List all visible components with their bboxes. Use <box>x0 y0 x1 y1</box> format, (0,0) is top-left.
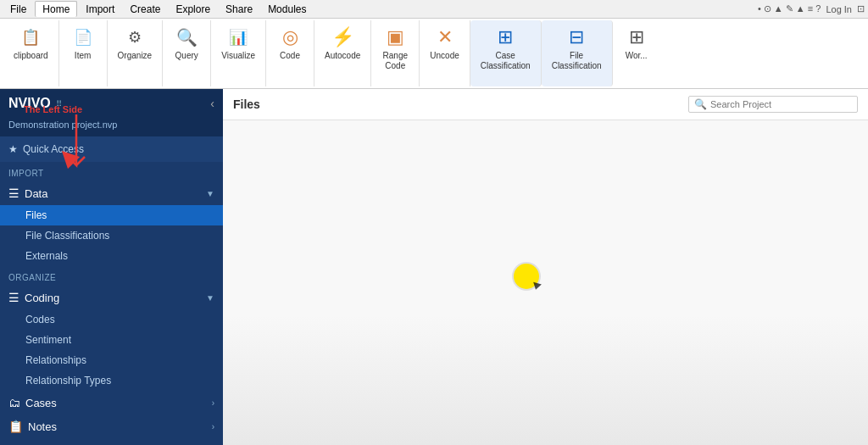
ribbon-group-case-classification: ⊞ Case Classification <box>470 20 542 86</box>
case-classification-icon: ⊞ <box>493 25 517 49</box>
coding-group-icon: ☰ <box>8 291 19 304</box>
sidebar-item-externals[interactable]: Externals <box>0 246 223 266</box>
menu-icons: • ⊙ ▲ ✎ ▲ ≡ ? <box>758 3 821 14</box>
menu-item-import[interactable]: Import <box>79 2 121 17</box>
sidebar-group-sets[interactable]: ⊞ Sets › <box>0 438 223 445</box>
data-group-icon: ☰ <box>8 186 19 200</box>
ribbon-group-visualize: 📊 Visualize <box>211 20 266 86</box>
item-button[interactable]: 📄 Item <box>66 24 100 63</box>
query-label: Query <box>175 51 198 61</box>
sidebar-item-sentiment[interactable]: Sentiment <box>0 330 223 350</box>
sidebar-logo: NVIVO ⠿ <box>8 96 62 111</box>
import-section-label: IMPORT <box>0 162 223 181</box>
coding-group-label: Coding <box>25 292 59 304</box>
coding-group-chevron: ▼ <box>206 293 214 303</box>
organize-label: Organize <box>118 51 153 61</box>
content-header: Files 🔍 <box>223 89 868 120</box>
menu-right: • ⊙ ▲ ✎ ▲ ≡ ? Log In ⊡ <box>758 3 865 14</box>
uncode-label: Uncode <box>430 51 459 61</box>
content-area <box>223 120 868 445</box>
wor-button[interactable]: ⊞ Wor... <box>620 24 654 63</box>
page-title: Files <box>233 97 260 111</box>
menu-bar: File Home Import Create Explore Share Mo… <box>0 0 868 19</box>
visualize-icon: 📊 <box>226 25 250 49</box>
wor-label: Wor... <box>626 51 648 61</box>
sidebar-group-notes[interactable]: 📋 Notes › <box>0 414 223 438</box>
code-label: Code <box>280 51 300 61</box>
rangecode-button[interactable]: ▣ Range Code <box>378 24 412 73</box>
notes-group-icon: 📋 <box>8 420 23 433</box>
visualize-label: Visualize <box>221 51 255 61</box>
menu-item-modules[interactable]: Modules <box>261 2 313 17</box>
sidebar-project: Demonstration project.nvp <box>0 118 223 136</box>
organize-section-label: ORGANIZE <box>0 266 223 286</box>
main-layout: NVIVO ⠿ ‹ The Left Side Demonstration pr… <box>0 89 868 445</box>
rangecode-icon: ▣ <box>383 25 407 49</box>
sidebar: NVIVO ⠿ ‹ The Left Side Demonstration pr… <box>0 89 223 445</box>
window-button[interactable]: ⊡ <box>857 3 865 14</box>
menu-item-create[interactable]: Create <box>123 2 167 17</box>
sidebar-group-data[interactable]: ☰ Data ▼ <box>0 181 223 205</box>
login-button[interactable]: Log In <box>826 4 852 14</box>
uncode-button[interactable]: ✕ Uncode <box>426 24 462 63</box>
menu-item-home[interactable]: Home <box>35 1 77 17</box>
ribbon-group-wor: ⊞ Wor... <box>613 20 660 86</box>
ribbon-group-autocode: ⚡ Autocode <box>314 20 371 86</box>
ribbon-group-file-classification: ⊟ File Classification <box>542 20 613 86</box>
clipboard-label: clipboard <box>14 51 48 61</box>
code-button[interactable]: ◎ Code <box>273 24 307 63</box>
case-classification-label: Case Classification <box>481 51 531 71</box>
cursor-pointer <box>531 281 542 290</box>
search-input[interactable] <box>710 99 852 109</box>
menu-item-file[interactable]: File <box>3 2 33 17</box>
ribbon-content: 📋 clipboard 📄 Item ⚙ Organize <box>0 19 868 88</box>
notes-group-chevron: › <box>212 422 214 431</box>
sidebar-item-file-classifications[interactable]: File Classifications <box>0 225 223 246</box>
data-group-label: Data <box>25 187 47 200</box>
case-classification-button[interactable]: ⊞ Case Classification <box>477 24 534 73</box>
item-icon: 📄 <box>71 25 95 49</box>
query-icon: 🔍 <box>175 25 198 49</box>
menu-item-explore[interactable]: Explore <box>169 2 217 17</box>
uncode-icon: ✕ <box>433 25 457 49</box>
ribbon-group-clipboard: 📋 clipboard <box>3 20 59 86</box>
sidebar-header: NVIVO ⠿ ‹ <box>0 89 223 118</box>
main-content: Files 🔍 <box>223 89 868 445</box>
organize-button[interactable]: ⚙ Organize <box>114 24 156 63</box>
sidebar-group-coding[interactable]: ☰ Coding ▼ <box>0 286 223 309</box>
sidebar-group-cases[interactable]: 🗂 Cases › <box>0 391 223 414</box>
quick-access-label: Quick Access <box>23 143 84 155</box>
autocode-label: Autocode <box>325 51 360 61</box>
ribbon-group-item: 📄 Item <box>59 20 108 86</box>
ribbon-group-rangecode: ▣ Range Code <box>371 20 420 86</box>
sidebar-item-codes[interactable]: Codes <box>0 309 223 330</box>
autocode-icon: ⚡ <box>331 25 354 49</box>
sidebar-item-relationships[interactable]: Relationships <box>0 350 223 370</box>
cases-group-label: Cases <box>25 397 57 409</box>
quick-access[interactable]: ★ Quick Access <box>0 136 223 162</box>
sidebar-collapse-button[interactable]: ‹ <box>210 97 214 110</box>
code-icon: ◎ <box>278 25 302 49</box>
wor-icon: ⊞ <box>625 25 648 49</box>
item-label: Item <box>75 51 91 61</box>
clipboard-buttons: 📋 clipboard <box>10 20 52 86</box>
file-classification-icon: ⊟ <box>565 25 588 49</box>
ribbon: 📋 clipboard 📄 Item ⚙ Organize <box>0 19 868 89</box>
cases-group-icon: 🗂 <box>8 396 20 409</box>
organize-icon: ⚙ <box>123 25 147 49</box>
nvivo-logo-text: NVIVO <box>8 96 51 111</box>
autocode-button[interactable]: ⚡ Autocode <box>321 24 364 63</box>
sidebar-item-relationship-types[interactable]: Relationship Types <box>0 370 223 391</box>
file-classification-label: File Classification <box>552 51 602 71</box>
clipboard-icon: 📋 <box>19 25 42 49</box>
menu-item-share[interactable]: Share <box>219 2 259 17</box>
query-button[interactable]: 🔍 Query <box>170 24 203 63</box>
notes-group-label: Notes <box>28 420 57 433</box>
visualize-button[interactable]: 📊 Visualize <box>218 24 259 63</box>
clipboard-button[interactable]: 📋 clipboard <box>10 24 52 63</box>
search-box[interactable]: 🔍 <box>688 96 858 113</box>
sidebar-item-files[interactable]: Files <box>0 205 223 225</box>
file-classification-button[interactable]: ⊟ File Classification <box>548 24 605 73</box>
data-group-chevron: ▼ <box>206 189 214 198</box>
ribbon-group-query: 🔍 Query <box>163 20 211 86</box>
